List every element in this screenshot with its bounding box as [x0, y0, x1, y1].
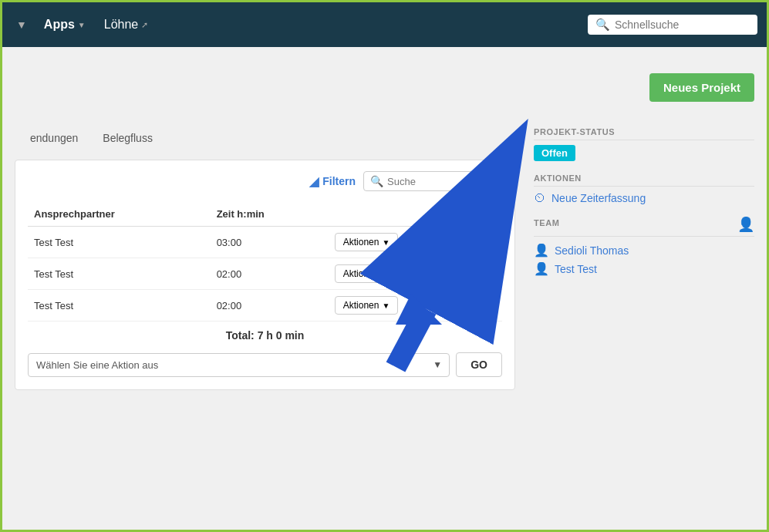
- cell-time-1: 03:00: [211, 227, 329, 258]
- filter-row: ◢ Filtern 🔍: [28, 171, 502, 191]
- table-row: Test Test 02:00 Aktionen ▼: [28, 258, 502, 290]
- navbar: ▼ Apps ▼ Löhne ➚ 🔍: [2, 2, 767, 47]
- row-checkbox-1[interactable]: [484, 235, 496, 247]
- left-panel: endungen Belegfluss ◢ Filtern 🔍: [2, 124, 528, 532]
- table-card: ◢ Filtern 🔍 Ansprechpartner Zeit h:min: [15, 160, 515, 390]
- row-checkbox-3[interactable]: [484, 298, 496, 311]
- row-checkbox-2[interactable]: [484, 267, 496, 279]
- team-section-header: TEAM 👤: [534, 216, 754, 233]
- clock-icon: ⏲: [534, 191, 546, 205]
- cell-checkbox-1: [477, 227, 502, 258]
- search-bar: 🔍: [588, 15, 757, 35]
- col-checkbox-header: [477, 202, 502, 227]
- sidebar-projekt-status: PROJEKT-STATUS Offen: [534, 127, 754, 163]
- cell-checkbox-2: [477, 258, 502, 290]
- team-member-2[interactable]: 👤 Test Test: [534, 261, 754, 276]
- time-table: Ansprechpartner Zeit h:min Test Test 03:…: [28, 202, 502, 322]
- aktionen-arrow-2: ▼: [382, 270, 390, 278]
- navbar-apps-menu[interactable]: Apps ▼: [38, 15, 92, 35]
- table-row: Test Test 02:00 Aktionen ▼: [28, 290, 502, 322]
- status-badge: Offen: [534, 145, 575, 161]
- action-select[interactable]: Wählen Sie eine Aktion aus: [28, 353, 450, 377]
- cell-time-3: 02:00: [211, 290, 329, 322]
- inline-search: 🔍: [363, 171, 479, 191]
- go-button[interactable]: GO: [456, 352, 502, 377]
- bottom-action-bar: Wählen Sie eine Aktion aus ▼ GO: [28, 352, 502, 377]
- col-actions-header: [329, 202, 477, 227]
- apps-dropdown-arrow: ▼: [78, 21, 86, 29]
- right-panel: PROJEKT-STATUS Offen AKTIONEN ⏲ Neue Zei…: [528, 124, 767, 532]
- new-project-button[interactable]: Neues Projekt: [649, 73, 754, 102]
- team-member-1[interactable]: 👤 Sedioli Thomas: [534, 243, 754, 258]
- content-wrapper: endungen Belegfluss ◢ Filtern 🔍: [2, 124, 767, 532]
- aktionen-button-2[interactable]: Aktionen ▼: [335, 264, 399, 283]
- aktionen-button-3[interactable]: Aktionen ▼: [335, 296, 399, 315]
- tabs-row: endungen Belegfluss: [15, 124, 515, 153]
- sidebar-team: TEAM 👤 👤 Sedioli Thomas 👤 Test Test: [534, 216, 754, 276]
- person-icon-2: 👤: [534, 261, 549, 276]
- external-link-icon: ➚: [141, 20, 148, 30]
- inline-search-input[interactable]: [387, 176, 472, 187]
- col-zeit: Zeit h:min: [211, 202, 329, 227]
- aktionen-title: AKTIONEN: [534, 173, 754, 187]
- aktionen-arrow-3: ▼: [382, 301, 390, 310]
- cell-name-1: Test Test: [28, 227, 211, 258]
- cell-name-3: Test Test: [28, 290, 211, 322]
- cell-checkbox-3: [477, 290, 502, 322]
- cell-time-2: 02:00: [211, 258, 329, 290]
- search-icon: 🔍: [595, 18, 610, 32]
- main-action-bar: Neues Projekt: [2, 47, 767, 124]
- action-select-wrap: Wählen Sie eine Aktion aus ▼: [28, 353, 450, 377]
- cell-action-3: Aktionen ▼: [329, 290, 477, 322]
- search-input[interactable]: [615, 19, 746, 31]
- lohne-label: Löhne: [104, 18, 139, 32]
- neue-zeiterfassung-link[interactable]: ⏲ Neue Zeiterfassung: [534, 191, 754, 205]
- navbar-back-arrow[interactable]: ▼: [12, 15, 32, 34]
- person-icon-1: 👤: [534, 243, 549, 258]
- add-team-member-icon[interactable]: 👤: [737, 216, 754, 233]
- filter-button[interactable]: ◢ Filtern: [309, 174, 356, 189]
- projekt-status-title: PROJEKT-STATUS: [534, 127, 754, 140]
- tab-endungen[interactable]: endungen: [18, 124, 90, 153]
- team-title: TEAM: [534, 218, 559, 231]
- aktionen-arrow-1: ▼: [382, 238, 390, 247]
- filter-icon: ◢: [309, 174, 319, 189]
- header-checkbox[interactable]: [484, 207, 496, 219]
- table-row: Test Test 03:00 Aktionen ▼: [28, 227, 502, 258]
- col-ansprechpartner: Ansprechpartner: [28, 202, 211, 227]
- total-row: Total: 7 h 0 min: [28, 322, 502, 348]
- cell-action-2: Aktionen ▼: [329, 258, 477, 290]
- cell-action-1: Aktionen ▼: [329, 227, 477, 258]
- cell-name-2: Test Test: [28, 258, 211, 290]
- aktionen-button-1[interactable]: Aktionen ▼: [335, 233, 399, 251]
- tab-belegfluss[interactable]: Belegfluss: [90, 124, 165, 153]
- sidebar-aktionen: AKTIONEN ⏲ Neue Zeiterfassung: [534, 173, 754, 205]
- inline-search-icon: 🔍: [370, 175, 383, 187]
- apps-label: Apps: [44, 18, 75, 32]
- navbar-lohne-link[interactable]: Löhne ➚: [98, 15, 155, 35]
